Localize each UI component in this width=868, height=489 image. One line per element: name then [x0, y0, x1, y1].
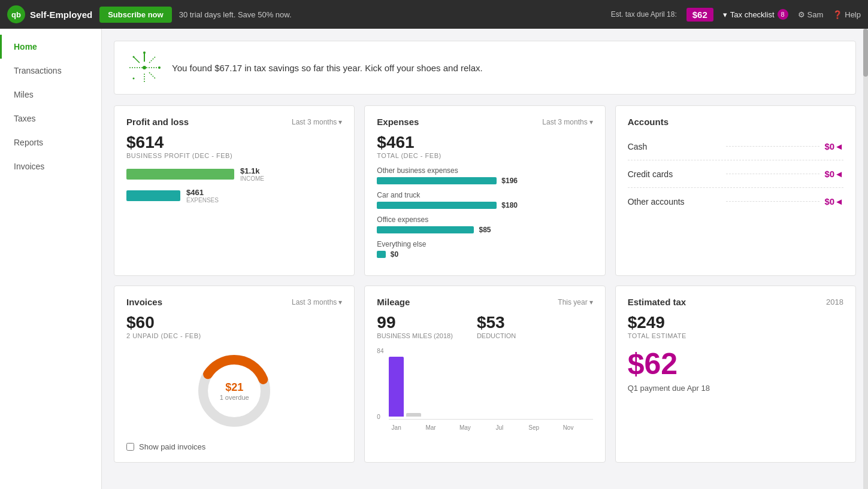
- sidebar-item-taxes[interactable]: Taxes: [0, 107, 101, 130]
- main-content: You found $67.17 in tax savings so far t…: [102, 29, 868, 489]
- qb-logo: qb: [7, 5, 25, 23]
- expense-item-label: Office expenses: [377, 215, 592, 224]
- invoices-title: Invoices: [126, 297, 162, 307]
- expenses-amount: $461: [377, 133, 592, 152]
- invoices-sublabel: 2 UNPAID (Dec - Feb): [126, 332, 342, 339]
- settings-label: Sam: [807, 10, 824, 19]
- estimated-tax-year: 2018: [826, 297, 843, 306]
- sparkle-icon: [126, 50, 162, 86]
- expenses-sublabel: TOTAL (Dec - Feb): [377, 152, 592, 159]
- income-bar-row: $1.1k INCOME: [126, 166, 342, 182]
- expenses-title: Expenses: [377, 117, 419, 127]
- sidebar-item-miles[interactable]: Miles: [0, 83, 101, 107]
- show-paid-label: Show paid invoices: [139, 442, 205, 451]
- help-button[interactable]: ❓ Help: [833, 10, 861, 19]
- mileage-period: This year ▾: [558, 298, 592, 306]
- mileage-dropdown-icon[interactable]: ▾: [589, 298, 593, 306]
- chart-month-label: Nov: [563, 424, 574, 431]
- show-paid-row: Show paid invoices: [126, 442, 342, 451]
- account-amount: $0◄: [824, 141, 843, 151]
- profit-loss-header: Profit and loss Last 3 months ▾: [126, 117, 342, 127]
- dashboard-cards-top: Profit and loss Last 3 months ▾ $614 BUS…: [114, 105, 856, 276]
- svg-point-8: [158, 66, 161, 69]
- estimated-tax-q1-amount: $62: [628, 347, 843, 381]
- svg-line-5: [149, 72, 155, 78]
- expense-bar: [377, 177, 497, 184]
- account-row: Cash $0◄: [628, 133, 843, 160]
- profit-loss-card: Profit and loss Last 3 months ▾ $614 BUS…: [114, 105, 355, 276]
- expense-item-amount: $85: [479, 226, 491, 234]
- expense-bar: [377, 251, 385, 258]
- show-paid-checkbox[interactable]: [126, 443, 134, 451]
- expense-bar-row: $461 EXPENSES: [126, 188, 342, 204]
- profit-loss-period: Last 3 months ▾: [292, 118, 342, 126]
- expense-item: Car and truck $180: [377, 191, 592, 209]
- banner-text: You found $67.17 in tax savings so far t…: [172, 63, 483, 73]
- chart-month-label: Mar: [425, 424, 435, 431]
- scrollbar-thumb[interactable]: [863, 29, 868, 77]
- expenses-dropdown-icon[interactable]: ▾: [589, 118, 593, 126]
- expenses-header: Expenses Last 3 months ▾: [377, 117, 592, 127]
- invoices-period: Last 3 months ▾: [292, 298, 342, 306]
- donut-center: $21 1 overdue: [220, 381, 249, 401]
- topnav-right: Est. tax due April 18: $62 ▾ Tax checkli…: [611, 8, 861, 22]
- estimated-tax-sublabel: TOTAL ESTIMATE: [628, 332, 843, 339]
- estimated-tax-title: Estimated tax: [628, 297, 686, 307]
- chart-month-label: May: [459, 424, 471, 431]
- income-bar-label: $1.1k: [240, 166, 264, 175]
- mileage-chart-labels: JanMarMayJulSepNov: [389, 422, 592, 431]
- expense-item: Other business expenses $196: [377, 166, 592, 185]
- expense-bar-row: $0: [377, 250, 592, 259]
- main-layout: Home Transactions Miles Taxes Reports In…: [0, 29, 868, 489]
- chart-column: [389, 357, 404, 417]
- chart-bar: [389, 357, 404, 417]
- sidebar-item-home[interactable]: Home: [0, 35, 101, 59]
- trial-text: 30 trial days left. Save 50% now.: [179, 10, 292, 19]
- account-amount: $0◄: [824, 196, 843, 206]
- svg-point-7: [143, 51, 146, 54]
- scrollbar-track: [863, 29, 868, 489]
- settings-button[interactable]: ⚙ Sam: [798, 10, 824, 19]
- mileage-header: Mileage This year ▾: [377, 297, 592, 307]
- accounts-card: Accounts Cash $0◄ Credit cards $0◄ Other…: [615, 105, 856, 276]
- expense-item-amount: $180: [501, 201, 518, 209]
- tax-checklist-badge: 8: [778, 9, 788, 20]
- chart-month-label: Sep: [528, 424, 539, 431]
- sidebar: Home Transactions Miles Taxes Reports In…: [0, 29, 102, 489]
- expenses-bars: Other business expenses $196 Car and tru…: [377, 166, 592, 259]
- expense-bar-row: $85: [377, 226, 592, 234]
- mileage-miles-number: 99: [377, 313, 453, 332]
- sidebar-item-invoices[interactable]: Invoices: [0, 154, 101, 178]
- dropdown-icon[interactable]: ▾: [338, 118, 342, 126]
- svg-line-4: [134, 57, 140, 63]
- invoices-dropdown-icon[interactable]: ▾: [338, 298, 342, 306]
- expense-item: Office expenses $85: [377, 215, 592, 234]
- expense-bar: [377, 202, 497, 209]
- income-bar: [126, 169, 234, 180]
- invoices-amount: $60: [126, 313, 342, 332]
- subscribe-button[interactable]: Subscribe now: [99, 7, 171, 23]
- tax-due-label: Est. tax due April 18:: [611, 10, 677, 19]
- profit-loss-title: Profit and loss: [126, 117, 189, 127]
- account-row: Other accounts $0◄: [628, 188, 843, 215]
- svg-point-10: [133, 56, 135, 58]
- invoices-header: Invoices Last 3 months ▾: [126, 297, 342, 307]
- expense-bar-label: $461: [186, 188, 219, 197]
- sidebar-item-reports[interactable]: Reports: [0, 130, 101, 154]
- donut-amount: $21: [220, 381, 249, 394]
- expense-bar-row: $180: [377, 201, 592, 209]
- mileage-deduction-label: DEDUCTION: [477, 332, 516, 339]
- brand-name: Self-Employed: [30, 10, 92, 20]
- profit-loss-sublabel: BUSINESS PROFIT (Dec - Feb): [126, 152, 342, 159]
- invoices-donut: $21 1 overdue: [192, 349, 276, 433]
- help-icon: ❓: [833, 10, 842, 19]
- tax-checklist-button[interactable]: ▾ Tax checklist 8: [723, 9, 788, 20]
- gear-icon: ⚙: [798, 10, 805, 19]
- chart-month-label: Jul: [495, 424, 503, 431]
- expense-item-label: Car and truck: [377, 191, 592, 199]
- expense-item-amount: $0: [391, 250, 398, 259]
- account-name: Cash: [628, 142, 721, 151]
- sidebar-item-transactions[interactable]: Transactions: [0, 59, 101, 83]
- estimated-tax-total: $249: [628, 313, 843, 332]
- expense-item-amount: $196: [501, 177, 518, 185]
